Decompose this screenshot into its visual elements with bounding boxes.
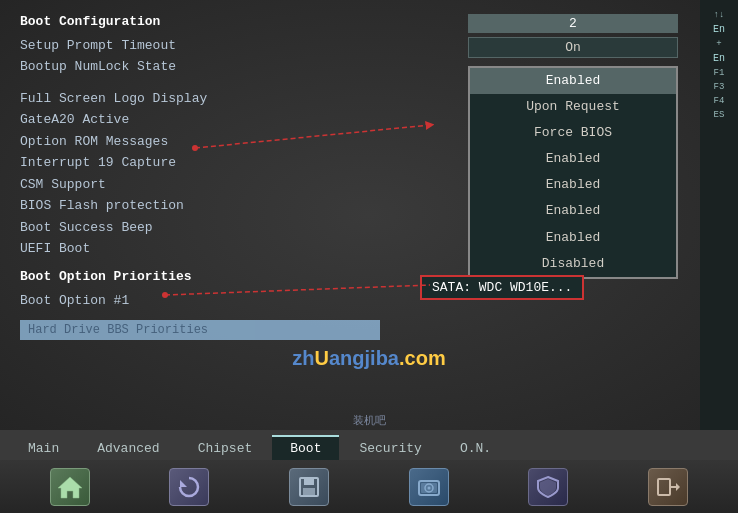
sidebar-label-1: + <box>716 39 721 49</box>
bootup-numlock-state[interactable]: Bootup NumLock State <box>20 56 400 77</box>
sidebar-label-es: ES <box>714 110 725 120</box>
tab-advanced[interactable]: Advanced <box>79 437 177 460</box>
dropdown-item-5[interactable]: Enabled <box>470 198 676 224</box>
save-icon <box>289 468 329 506</box>
options-dropdown[interactable]: Enabled Upon Request Force BIOS Enabled … <box>468 66 678 279</box>
exit-icon <box>648 468 688 506</box>
home-icon <box>50 468 90 506</box>
sidebar-key-0: En <box>713 24 725 35</box>
sidebar-label-f1: F1 <box>714 68 725 78</box>
hdd-bbs-priorities[interactable]: Hard Drive BBS Priorities <box>20 320 380 340</box>
tab-boot[interactable]: Boot <box>272 435 339 460</box>
interrupt-19[interactable]: Interrupt 19 Capture <box>20 152 400 173</box>
boot-option-1[interactable]: Boot Option #1 <box>20 290 400 311</box>
boot-option-1-value[interactable]: SATA: WDC WD10E... <box>420 275 584 300</box>
dropdown-item-2[interactable]: Force BIOS <box>470 120 676 146</box>
bios-flash[interactable]: BIOS Flash protection <box>20 195 400 216</box>
disk-button[interactable] <box>404 464 454 510</box>
tab-on[interactable]: O.N. <box>442 437 509 460</box>
dropdown-item-7[interactable]: Disabled <box>470 251 676 277</box>
refresh-icon <box>169 468 209 506</box>
right-sidebar: ↑↓ En + En F1 F3 F4 ES <box>700 0 738 430</box>
dropdown-item-1[interactable]: Upon Request <box>470 94 676 120</box>
option-rom[interactable]: Option ROM Messages <box>20 131 400 152</box>
numlock-value[interactable]: On <box>468 37 678 58</box>
svg-rect-8 <box>303 488 315 496</box>
sidebar-label-f3: F3 <box>714 82 725 92</box>
dropdown-item-4[interactable]: Enabled <box>470 172 676 198</box>
tab-chipset[interactable]: Chipset <box>180 437 271 460</box>
exit-button[interactable] <box>643 464 693 510</box>
sidebar-key-1: En <box>713 53 725 64</box>
svg-marker-5 <box>180 480 187 487</box>
setup-prompt-timeout[interactable]: Setup Prompt Timeout <box>20 35 400 56</box>
tab-security[interactable]: Security <box>341 437 439 460</box>
left-panel: Boot Configuration Setup Prompt Timeout … <box>0 0 420 430</box>
svg-point-12 <box>427 486 430 489</box>
boot-priorities-title: Boot Option Priorities <box>20 269 400 284</box>
bios-screen: Boot Configuration Setup Prompt Timeout … <box>0 0 738 430</box>
svg-rect-7 <box>304 478 314 485</box>
tab-main[interactable]: Main <box>10 437 77 460</box>
uefi-boot[interactable]: UEFI Boot <box>20 238 400 259</box>
disk-icon <box>409 468 449 506</box>
boot-config-title: Boot Configuration <box>20 14 400 29</box>
bottom-nav: Main Advanced Chipset Boot Security O.N. <box>0 430 738 513</box>
boot-success-beep[interactable]: Boot Success Beep <box>20 217 400 238</box>
home-button[interactable] <box>45 464 95 510</box>
gate-a20[interactable]: GateA20 Active <box>20 109 400 130</box>
csm-support[interactable]: CSM Support <box>20 174 400 195</box>
shield-button[interactable] <box>523 464 573 510</box>
dropdown-item-3[interactable]: Enabled <box>470 146 676 172</box>
dropdown-item-6[interactable]: Enabled <box>470 225 676 251</box>
sidebar-label-0: ↑↓ <box>714 10 725 20</box>
full-screen-logo[interactable]: Full Screen Logo Display <box>20 88 400 109</box>
right-panel: 2 On Enabled Upon Request Force BIOS Ena… <box>468 14 698 279</box>
svg-marker-4 <box>58 477 82 498</box>
svg-rect-13 <box>658 479 670 495</box>
save-button[interactable] <box>284 464 334 510</box>
svg-marker-15 <box>676 483 680 491</box>
sidebar-label-f4: F4 <box>714 96 725 106</box>
shield-icon <box>528 468 568 506</box>
nav-tabs: Main Advanced Chipset Boot Security O.N. <box>0 430 738 460</box>
timeout-value[interactable]: 2 <box>468 14 678 33</box>
dropdown-item-0[interactable]: Enabled <box>470 68 676 94</box>
nav-icons <box>0 460 738 513</box>
refresh-button[interactable] <box>164 464 214 510</box>
